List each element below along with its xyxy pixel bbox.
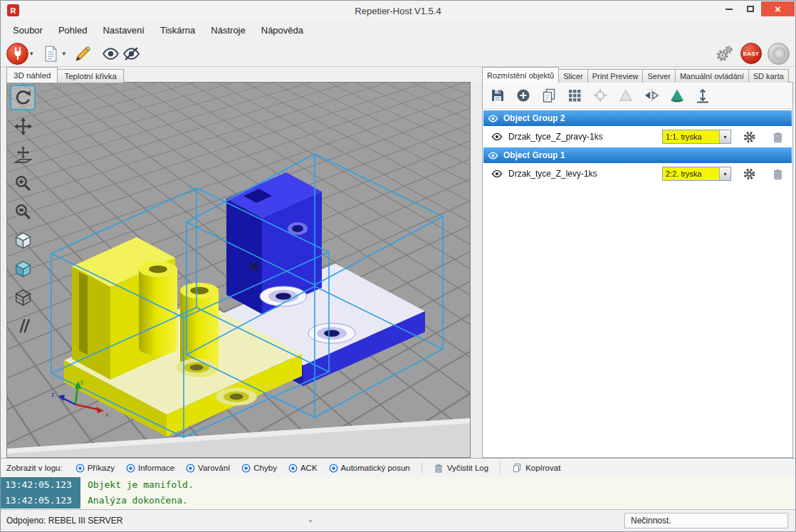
connect-button[interactable] <box>6 43 28 65</box>
delete-object-trash-icon[interactable] <box>772 131 784 143</box>
move-object-icon <box>14 145 33 165</box>
maximize-button[interactable] <box>740 1 761 16</box>
menu-napoveda[interactable]: Nápověda <box>253 21 311 41</box>
extruder-select[interactable]: 2:2. tryska ▼ <box>662 167 731 181</box>
combo-arrow-icon[interactable]: ▼ <box>719 130 730 143</box>
object-settings-gear-icon[interactable] <box>743 167 756 181</box>
easy-mode-button[interactable]: EASY <box>740 43 762 64</box>
visibility-eye-icon[interactable] <box>491 168 503 179</box>
menu-tiskarna[interactable]: Tiskárna <box>152 21 203 41</box>
radio-dot-icon <box>186 464 195 473</box>
view-front-button[interactable] <box>10 227 36 253</box>
load-dropdown-caret[interactable]: ▾ <box>63 50 66 57</box>
connect-dropdown-caret[interactable]: ▾ <box>30 50 33 57</box>
trash-icon <box>434 463 444 473</box>
connection-status: Odpojeno: REBEL III SERVER <box>6 510 122 531</box>
show-filament-button[interactable] <box>100 43 121 64</box>
object-settings-gear-icon[interactable] <box>743 130 756 144</box>
filter-information[interactable]: Informace <box>120 461 180 476</box>
filter-label: Chyby <box>253 464 277 472</box>
center-object-icon <box>592 88 608 103</box>
extruder-value: 2:2. tryska <box>663 167 719 180</box>
filter-errors[interactable]: Chyby <box>236 461 283 476</box>
scale-object-button[interactable] <box>615 85 636 105</box>
filter-warnings[interactable]: Varování <box>180 461 236 476</box>
log-filter-label: Zobrazit v logu: <box>6 464 63 472</box>
minimize-button[interactable] <box>718 1 740 16</box>
cube-wireframe-icon <box>14 288 33 307</box>
copy-log-label: Kopírovat <box>525 464 560 472</box>
visibility-eye-icon[interactable] <box>488 113 498 124</box>
menu-pohled[interactable]: Pohled <box>51 21 95 41</box>
measure-object-button[interactable] <box>692 85 713 105</box>
clear-log-button[interactable]: Vyčistit Log <box>428 461 494 476</box>
visibility-eye-icon[interactable] <box>491 131 503 142</box>
object-row[interactable]: Drzak_tyce_Z_pravy-1ks 1:1. tryska ▼ <box>483 127 792 147</box>
filter-label: ACK <box>300 464 318 472</box>
emergency-stop-button[interactable] <box>768 43 790 65</box>
tab-print-preview[interactable]: Print Preview <box>587 69 644 83</box>
load-object-button[interactable] <box>41 43 61 64</box>
app-window: R Repetier-Host V1.5.4 × Soubor Pohled N… <box>0 0 796 532</box>
tab-object-placement[interactable]: Rozmístění objektů <box>482 67 559 83</box>
move-object-button[interactable] <box>10 142 36 167</box>
mirror-object-icon <box>644 88 659 103</box>
filter-autoscroll[interactable]: Automatický posun <box>323 461 416 476</box>
tab-manual-control[interactable]: Manuální ovládání <box>675 69 749 83</box>
toggle-perspective-button[interactable] <box>10 313 36 338</box>
panel-splitter[interactable] <box>471 82 482 458</box>
tab-server[interactable]: Server <box>642 69 675 83</box>
copy-objects-icon <box>541 88 557 103</box>
view-tabs: 3D náhled Teplotní křivka <box>6 67 123 83</box>
menu-soubor[interactable]: Soubor <box>5 21 51 41</box>
save-job-button[interactable] <box>487 85 508 105</box>
close-button[interactable]: × <box>761 1 795 16</box>
object-row[interactable]: Drzak_tyce_Z_levy-1ks 2:2. tryska ▼ <box>483 164 792 184</box>
separator <box>421 462 422 474</box>
axis-y-label: y <box>80 378 84 385</box>
lay-flat-button[interactable] <box>666 85 687 105</box>
tab-sd-card[interactable]: SD karta <box>748 69 789 83</box>
filter-commands[interactable]: Příkazy <box>70 461 120 476</box>
rotate-view-button[interactable] <box>10 85 36 110</box>
mirror-object-button[interactable] <box>641 85 661 105</box>
tab-3d-view[interactable]: 3D náhled <box>6 67 58 83</box>
zoom-in-button[interactable] <box>10 170 36 196</box>
radio-dot-icon <box>329 464 338 473</box>
add-object-button[interactable] <box>513 85 533 105</box>
view-wireframe-button[interactable] <box>10 284 36 310</box>
right-tabs: Rozmístění objektů Slicer Print Preview … <box>482 67 788 83</box>
hide-travel-button[interactable] <box>121 43 142 64</box>
copy-log-button[interactable]: Kopírovat <box>506 461 566 476</box>
move-view-button[interactable] <box>10 113 36 139</box>
filter-label: Varování <box>198 464 230 472</box>
extruder-select[interactable]: 1:1. tryska ▼ <box>662 130 731 144</box>
easy-label: EASY <box>743 51 760 57</box>
zoom-fit-button[interactable] <box>10 199 36 224</box>
document-icon <box>42 45 60 63</box>
autoposition-button[interactable] <box>564 85 585 105</box>
lay-flat-cone-icon <box>669 88 685 103</box>
maximize-icon <box>747 6 754 12</box>
tab-temperature-curve[interactable]: Teplotní křivka <box>57 69 124 83</box>
combo-arrow-icon[interactable]: ▼ <box>719 167 730 180</box>
radio-dot-icon <box>126 464 135 473</box>
object-group-header[interactable]: Object Group 1 <box>483 147 792 163</box>
object-list: Object Group 2 Drzak_tyce_Z_pravy-1ks 1:… <box>483 110 792 457</box>
visibility-eye-icon[interactable] <box>488 150 498 161</box>
menu-nastaveni[interactable]: Nastavení <box>95 21 152 41</box>
copy-objects-button[interactable] <box>538 85 559 105</box>
view-isometric-button[interactable] <box>10 256 36 281</box>
delete-object-trash-icon[interactable] <box>772 168 784 180</box>
tab-slicer[interactable]: Slicer <box>558 69 588 83</box>
filter-ack[interactable]: ACK <box>283 461 323 476</box>
filter-label: Automatický posun <box>341 464 410 472</box>
emergency-stop-icon <box>772 46 786 61</box>
window-title: Repetier-Host V1.5.4 <box>1 1 795 21</box>
edit-object-button[interactable] <box>73 43 93 64</box>
menu-nastroje[interactable]: Nástroje <box>203 21 253 41</box>
3d-viewport[interactable]: x y z <box>6 82 471 458</box>
object-group-header[interactable]: Object Group 2 <box>483 110 792 126</box>
center-object-button[interactable] <box>590 85 610 105</box>
printer-settings-button[interactable] <box>714 43 735 64</box>
